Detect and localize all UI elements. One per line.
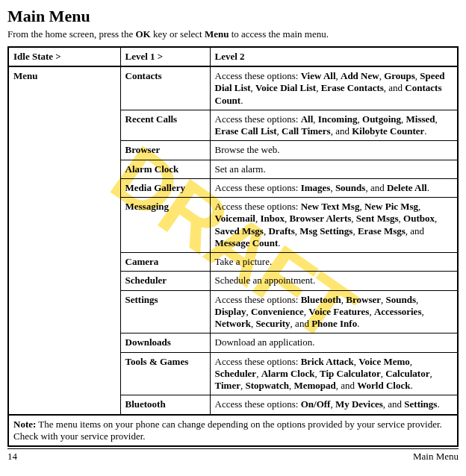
level1-cell: Messaging	[120, 198, 210, 253]
level1-cell: Contacts	[120, 66, 210, 110]
footer-title: Main Menu	[413, 451, 459, 463]
level2-cell: Schedule an appointment.	[210, 272, 458, 290]
level2-cell: Browse the web.	[210, 141, 458, 160]
level1-cell: Downloads	[120, 333, 210, 352]
intro-text: From the home screen, press the	[7, 28, 135, 40]
level2-cell: Access these options: Brick Attack, Voic…	[210, 352, 458, 395]
note-label: Note:	[13, 419, 36, 430]
menu-table: Idle State > Level 1 > Level 2 Menu Cont…	[7, 46, 459, 447]
level2-cell: Access these options: View All, Add New,…	[210, 66, 458, 110]
level1-cell: Settings	[120, 290, 210, 333]
level2-cell: Download an application.	[210, 333, 458, 352]
level1-cell: Bluetooth	[120, 395, 210, 415]
note-text: The menu items on your phone can change …	[13, 419, 442, 442]
note-cell: Note: The menu items on your phone can c…	[8, 415, 458, 447]
level1-cell: Scheduler	[120, 272, 210, 290]
level2-cell: Access these options: Bluetooth, Browser…	[210, 290, 458, 333]
level1-cell: Tools & Games	[120, 352, 210, 395]
intro-ok: OK	[135, 28, 150, 40]
table-header-row: Idle State > Level 1 > Level 2	[8, 47, 458, 66]
intro-text: to access the main menu.	[229, 28, 329, 40]
page-footer: 14 Main Menu	[7, 448, 459, 463]
level2-cell: Access these options: On/Off, My Devices…	[210, 395, 458, 415]
level1-cell: Camera	[120, 253, 210, 272]
level1-cell: Recent Calls	[120, 110, 210, 141]
level2-cell: Set an alarm.	[210, 160, 458, 178]
level2-cell: Access these options: All, Incoming, Out…	[210, 110, 458, 141]
level1-cell: Browser	[120, 141, 210, 160]
level1-cell: Media Gallery	[120, 178, 210, 197]
page-title: Main Menu	[7, 6, 459, 27]
idle-state-cell: Menu	[8, 66, 120, 415]
header-idle-state: Idle State >	[8, 47, 120, 66]
page-number: 14	[7, 451, 17, 463]
level2-cell: Access these options: Images, Sounds, an…	[210, 178, 458, 197]
table-row: Menu Contacts Access these options: View…	[8, 66, 458, 110]
intro-menu: Menu	[205, 28, 229, 40]
intro-paragraph: From the home screen, press the OK key o…	[7, 28, 459, 40]
note-row: Note: The menu items on your phone can c…	[8, 415, 458, 447]
intro-text: key or select	[151, 28, 205, 40]
header-level2: Level 2	[210, 47, 458, 66]
level1-cell: Alarm Clock	[120, 160, 210, 178]
level2-cell: Take a picture.	[210, 253, 458, 272]
header-level1: Level 1 >	[120, 47, 210, 66]
level2-cell: Access these options: New Text Msg, New …	[210, 198, 458, 253]
